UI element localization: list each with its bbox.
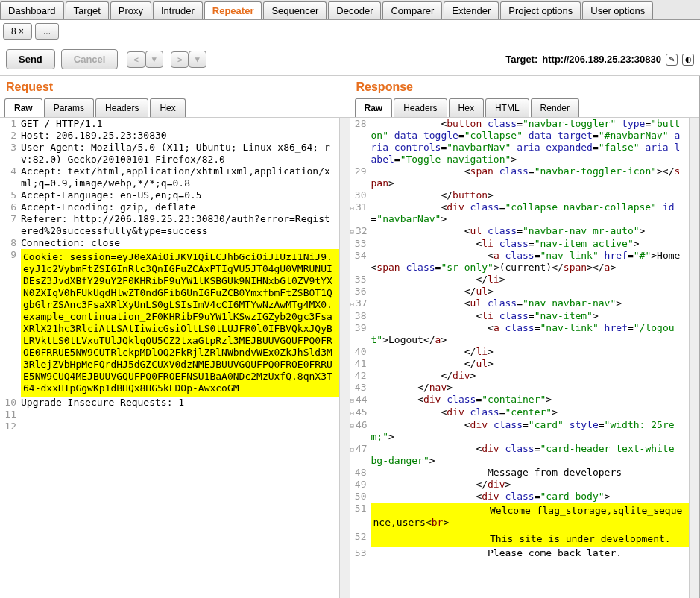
main-tab-decoder[interactable]: Decoder (328, 1, 381, 19)
cancel-button[interactable]: Cancel (61, 49, 119, 69)
pane-tab-raw[interactable]: Raw (355, 98, 393, 117)
pane-tab-params[interactable]: Params (44, 98, 94, 117)
response-raw-viewer[interactable]: 28 <button class="navbar-toggler" type="… (350, 118, 690, 598)
request-raw-editor[interactable]: 1GET / HTTP/1.12Host: 206.189.25.23:3083… (0, 118, 339, 598)
repeater-tab-...[interactable]: ... (35, 23, 59, 40)
pane-tab-raw[interactable]: Raw (4, 98, 42, 117)
back-button[interactable]: < (127, 51, 145, 68)
target-value: http://206.189.25.23:30830 (542, 54, 661, 65)
request-title: Request (0, 76, 350, 98)
main-tab-dashboard[interactable]: Dashboard (0, 1, 64, 19)
forward-menu-button[interactable]: ▾ (189, 51, 206, 68)
main-tab-proxy[interactable]: Proxy (110, 1, 151, 19)
toggle-icon[interactable]: ◐ (682, 54, 694, 66)
pane-tab-html[interactable]: HTML (485, 98, 529, 117)
main-tab-extender[interactable]: Extender (444, 1, 499, 19)
repeater-sub-tabs: 8 ×... (0, 20, 700, 43)
request-pane: Request RawParamsHeadersHex 1GET / HTTP/… (0, 76, 350, 598)
target-label: Target: (505, 54, 537, 65)
main-tab-bar: DashboardTargetProxyIntruderRepeaterSequ… (0, 0, 700, 20)
request-scrollbar[interactable] (339, 118, 350, 598)
repeater-toolbar: Send Cancel < ▾ > ▾ Target: http://206.1… (0, 43, 700, 76)
response-tabs: RawHeadersHexHTMLRender (350, 98, 700, 118)
pane-tab-hex[interactable]: Hex (449, 98, 484, 117)
edit-target-icon[interactable]: ✎ (666, 54, 678, 66)
main-tab-intruder[interactable]: Intruder (153, 1, 203, 19)
pane-tab-headers[interactable]: Headers (95, 98, 148, 117)
main-tab-user-options[interactable]: User options (582, 1, 653, 19)
main-tab-sequencer[interactable]: Sequencer (263, 1, 327, 19)
response-scrollbar[interactable] (689, 118, 699, 598)
pane-tab-headers[interactable]: Headers (394, 98, 447, 117)
forward-button[interactable]: > (171, 51, 189, 68)
main-tab-project-options[interactable]: Project options (500, 1, 581, 19)
repeater-tab-8[interactable]: 8 × (3, 23, 32, 40)
response-pane: Response RawHeadersHexHTMLRender 28 <but… (350, 76, 701, 598)
main-tab-comparer[interactable]: Comparer (382, 1, 442, 19)
request-tabs: RawParamsHeadersHex (0, 98, 350, 118)
pane-tab-render[interactable]: Render (531, 98, 579, 117)
main-tab-repeater[interactable]: Repeater (204, 1, 262, 19)
response-title: Response (350, 76, 700, 98)
back-menu-button[interactable]: ▾ (145, 51, 163, 68)
main-tab-target[interactable]: Target (66, 1, 109, 19)
pane-tab-hex[interactable]: Hex (150, 98, 185, 117)
send-button[interactable]: Send (6, 49, 55, 69)
